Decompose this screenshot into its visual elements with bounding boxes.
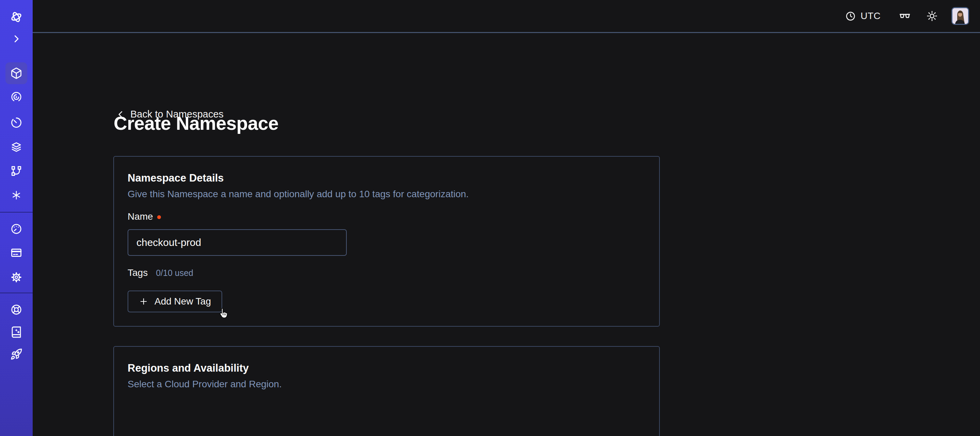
timezone-label: UTC (861, 11, 881, 21)
regions-card-subtitle: Select a Cloud Provider and Region. (127, 379, 282, 390)
sidebar-item-workflows[interactable] (5, 86, 27, 108)
theme-toggle-button[interactable] (926, 10, 938, 22)
sidebar (0, 0, 33, 436)
details-card-title: Namespace Details (127, 172, 224, 184)
chevron-right-icon (11, 34, 21, 44)
required-dot (157, 215, 161, 219)
sidebar-item-namespaces[interactable] (5, 62, 27, 84)
name-field-label: Name (127, 211, 161, 222)
sidebar-divider (0, 212, 33, 212)
gauge-icon (10, 223, 22, 235)
sidebar-item-schedules[interactable] (5, 112, 27, 134)
temporal-logo (5, 6, 27, 28)
add-new-tag-button[interactable]: Add New Tag (127, 291, 222, 312)
sun-icon (926, 10, 938, 22)
timezone-selector[interactable]: UTC (845, 11, 881, 21)
sidebar-divider (0, 292, 33, 293)
tags-label-row: Tags 0/10 used (127, 267, 193, 278)
plus-icon (139, 297, 148, 306)
sidebar-item-deployments[interactable] (5, 136, 27, 158)
avatar-image (953, 8, 968, 24)
topbar: UTC (33, 0, 980, 33)
credit-card-icon (10, 247, 22, 259)
gear-icon (10, 271, 22, 283)
sidebar-item-docs[interactable] (5, 321, 27, 343)
sidebar-item-nexus[interactable] (5, 184, 27, 206)
asterisk-icon (10, 189, 22, 201)
sidebar-collapse-button[interactable] (5, 28, 27, 50)
sidebar-item-settings[interactable] (5, 267, 27, 288)
glasses-icon (898, 10, 911, 22)
layers-icon (10, 141, 22, 153)
rocket-icon (10, 348, 22, 360)
add-new-tag-label: Add New Tag (154, 296, 211, 307)
regions-card-title: Regions and Availability (127, 362, 249, 374)
clock-icon (845, 11, 856, 21)
tags-used-counter: 0/10 used (156, 268, 193, 278)
namespace-details-card: Namespace Details Give this Namespace a … (113, 156, 660, 327)
sidebar-item-support[interactable] (5, 299, 27, 321)
timer-icon (10, 117, 22, 129)
sidebar-item-pipelines[interactable] (5, 160, 27, 182)
cube-icon (10, 67, 22, 79)
spiral-icon (10, 91, 22, 103)
life-buoy-icon (10, 303, 22, 316)
regions-card: Regions and Availability Select a Cloud … (113, 346, 660, 436)
sidebar-item-usage[interactable] (5, 218, 27, 240)
tags-label: Tags (127, 267, 148, 278)
accessibility-button[interactable] (898, 10, 911, 22)
book-sparkle-icon (10, 326, 22, 338)
namespace-name-input[interactable] (127, 229, 347, 256)
page-title: Create Namespace (114, 112, 278, 134)
sidebar-item-getting-started[interactable] (5, 343, 27, 365)
main-content: Back to Namespaces Create Namespace Name… (33, 33, 980, 436)
branch-icon (10, 165, 22, 177)
sidebar-item-billing[interactable] (5, 242, 27, 264)
avatar[interactable] (951, 7, 969, 25)
details-card-subtitle: Give this Namespace a name and optionall… (127, 189, 469, 200)
